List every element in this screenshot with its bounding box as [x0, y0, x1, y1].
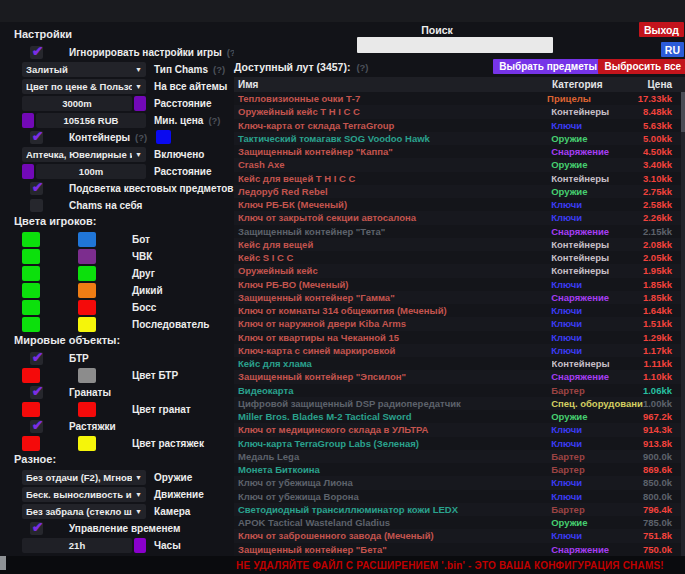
- loot-row[interactable]: Светодиодный трансиллюминатор кожи LEDXБ…: [234, 503, 685, 516]
- color-swatch[interactable]: [134, 538, 146, 553]
- checkbox[interactable]: [30, 199, 43, 212]
- loot-row[interactable]: Ключ от квартиры на Чеканной 15Ключи1.29…: [234, 331, 685, 344]
- item-name: Ключ от медицинского склада в УЛЬТРА: [234, 424, 551, 435]
- loot-row[interactable]: Miller Bros. Blades M-2 Tactical SwordОр…: [234, 410, 685, 423]
- text-input[interactable]: 100m: [36, 164, 146, 179]
- item-category: Ключи: [551, 279, 643, 290]
- checkbox[interactable]: ✔: [30, 386, 43, 399]
- color-swatch[interactable]: [78, 249, 96, 264]
- scrollbar-thumb[interactable]: [681, 92, 685, 132]
- dropdown[interactable]: Без отдачи (F2), Мгновенное п▼: [22, 470, 146, 485]
- column-header-price[interactable]: Цена: [644, 79, 685, 90]
- color-swatch[interactable]: [22, 368, 40, 383]
- color-swatch[interactable]: [156, 130, 171, 144]
- checkbox[interactable]: ✔: [30, 182, 43, 195]
- color-label: Дикий: [132, 285, 163, 296]
- checkbox[interactable]: ✔: [30, 46, 43, 59]
- loot-row[interactable]: Ключ от медицинского склада в УЛЬТРАКлюч…: [234, 423, 685, 436]
- loot-row[interactable]: Ключ-карта TerraGroup Labs (Зеленая)Ключ…: [234, 437, 685, 450]
- dropdown[interactable]: Без забрала (стекло шлема)▼: [22, 504, 146, 519]
- dropdown[interactable]: Беск. выносливость и нет уста▼: [22, 487, 146, 502]
- loot-row[interactable]: Кейс S I C CКонтейнеры2.05kk: [234, 251, 685, 264]
- drop-all-button[interactable]: Выбросить все: [598, 59, 685, 74]
- color-swatch[interactable]: [78, 300, 96, 315]
- sidebar-row: Беск. выносливость и нет уста▼Движение: [14, 487, 234, 501]
- loot-row[interactable]: Кейс для хламаКонтейнеры1.11kk: [234, 357, 685, 370]
- checkbox-label: БТР: [69, 353, 89, 364]
- color-swatch[interactable]: [22, 266, 40, 281]
- color-swatch[interactable]: [78, 232, 96, 247]
- checkbox[interactable]: ✔: [30, 131, 43, 144]
- color-swatch[interactable]: [22, 300, 40, 315]
- check-icon: ✔: [32, 386, 44, 396]
- color-swatch[interactable]: [22, 402, 40, 417]
- color-swatch[interactable]: [134, 96, 146, 111]
- loot-row[interactable]: Кейс для вещейКонтейнеры2.08kk: [234, 238, 685, 251]
- loot-row[interactable]: Защищенный контейнер "Эпсилон"Снаряжение…: [234, 370, 685, 383]
- loot-row[interactable]: Монета БиткоинаБартер869.6k: [234, 463, 685, 476]
- loot-row[interactable]: Ключ РБ-БК (Меченый)Ключи2.58kk: [234, 198, 685, 211]
- loot-row[interactable]: Ключ от закрытой секции автосалонаКлючи2…: [234, 211, 685, 224]
- loot-row[interactable]: Ключ-карта с синей маркировкойКлючи1.17k…: [234, 344, 685, 357]
- loot-row[interactable]: APOK Tactical Wasteland GladiusОружие785…: [234, 516, 685, 529]
- loot-row[interactable]: Оружейный кейсКонтейнеры1.95kk: [234, 264, 685, 277]
- color-swatch[interactable]: [22, 113, 34, 128]
- item-price: 3.40kk: [643, 159, 685, 170]
- dropdown[interactable]: Аптечка, Ювелирные и...▼: [22, 147, 146, 162]
- loot-row[interactable]: Защищенный контейнер "Гамма"Снаряжение1.…: [234, 291, 685, 304]
- color-swatch[interactable]: [78, 436, 96, 451]
- color-swatch[interactable]: [22, 249, 40, 264]
- loot-row[interactable]: Ключ от наружной двери Kiba ArmsКлючи1.5…: [234, 317, 685, 330]
- text-input[interactable]: 3000m: [22, 96, 132, 111]
- loot-row[interactable]: Оружейный кейс T H I C CКонтейнеры8.48kk: [234, 105, 685, 118]
- loot-row[interactable]: Ключ от заброшенного завода (Меченый)Клю…: [234, 529, 685, 542]
- column-header-category[interactable]: Категория: [552, 79, 644, 90]
- color-swatch[interactable]: [78, 402, 96, 417]
- loot-row[interactable]: Ключ от комнаты 314 общежития (Меченый)К…: [234, 304, 685, 317]
- loot-row[interactable]: Защищенный контейнер "Тета"Снаряжение2.1…: [234, 225, 685, 238]
- loot-row[interactable]: Ключ-карта от склада TerraGroupКлючи5.63…: [234, 119, 685, 132]
- color-swatch[interactable]: [22, 164, 34, 179]
- loot-row[interactable]: Ключ от убежища ЛионаКлючи850.0k: [234, 476, 685, 489]
- text-input[interactable]: 105156 RUB: [36, 113, 146, 128]
- color-swatch[interactable]: [22, 317, 40, 332]
- loot-row[interactable]: Защищенный контейнер "Бета"Снаряжение750…: [234, 543, 685, 556]
- color-swatch[interactable]: [22, 436, 40, 451]
- scrollbar-track[interactable]: [681, 92, 685, 556]
- text-input[interactable]: 21h: [22, 538, 132, 553]
- checkbox[interactable]: ✔: [30, 420, 43, 433]
- language-button[interactable]: RU: [661, 42, 684, 57]
- loot-row[interactable]: Ключ РБ-ВО (Меченый)Ключи1.85kk: [234, 278, 685, 291]
- exit-button[interactable]: Выход: [639, 22, 684, 37]
- color-label: Цвет гранат: [132, 404, 191, 415]
- color-swatch[interactable]: [22, 283, 40, 298]
- dropdown[interactable]: Залитый▼: [22, 62, 146, 77]
- item-category: Оружие: [551, 411, 643, 422]
- color-swatch[interactable]: [22, 232, 40, 247]
- loot-row[interactable]: Кейс для вещей T H I C CКонтейнеры3.10kk: [234, 172, 685, 185]
- color-swatch[interactable]: [78, 317, 96, 332]
- checkbox[interactable]: ✔: [30, 352, 43, 365]
- loot-row[interactable]: ВидеокартаБартер1.06kk: [234, 384, 685, 397]
- loot-row[interactable]: Crash AxeОружие3.40kk: [234, 158, 685, 171]
- checkbox[interactable]: ✔: [30, 522, 43, 535]
- loot-row[interactable]: Тепловизионные очки Т-7Прицелы17.33kk: [234, 92, 685, 105]
- color-label: Цвет БТР: [132, 370, 178, 381]
- loot-row[interactable]: Защищенный контейнер "Каппа"Снаряжение4.…: [234, 145, 685, 158]
- window-titlebar[interactable]: [0, 0, 685, 22]
- dropdown[interactable]: Цвет по цене & Пользователь▼: [22, 79, 146, 94]
- loot-row[interactable]: Медаль LegaБартер900.0k: [234, 450, 685, 463]
- color-swatch[interactable]: [78, 283, 96, 298]
- color-swatch[interactable]: [78, 368, 96, 383]
- search-input[interactable]: [357, 37, 553, 53]
- item-price: 4.50kk: [643, 146, 685, 157]
- dropdown-label: Оружие: [154, 472, 192, 483]
- color-swatch[interactable]: [78, 266, 96, 281]
- loot-row[interactable]: Цифровой защищенный DSP радиопередатчикС…: [234, 397, 685, 410]
- item-name: Светодиодный трансиллюминатор кожи LEDX: [234, 504, 551, 515]
- loot-row[interactable]: Ледоруб Red RebelОружие2.75kk: [234, 185, 685, 198]
- column-header-name[interactable]: Имя: [234, 79, 552, 90]
- loot-row[interactable]: Ключ от убежища ВоронаКлючи800.0k: [234, 490, 685, 503]
- item-name: Кейс S I C C: [234, 252, 551, 263]
- loot-row[interactable]: Тактический томагавк SOG Voodoo HawkОруж…: [234, 132, 685, 145]
